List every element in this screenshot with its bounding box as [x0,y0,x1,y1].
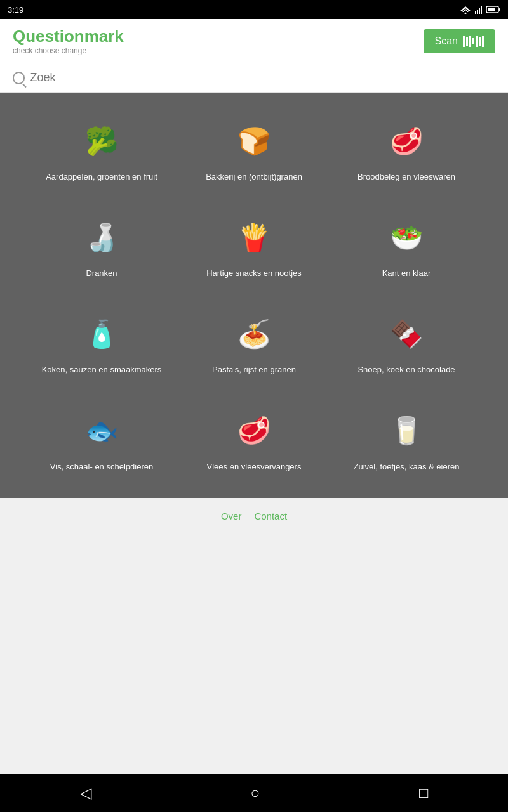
category-icon-vis: 🐟 [79,408,124,454]
status-bar: 3:19 [0,0,508,19]
nav-bar: ◁ ○ □ [0,774,508,812]
status-icons [460,5,500,14]
svg-rect-3 [475,11,476,14]
signal-icon [475,5,483,14]
svg-rect-8 [488,8,495,11]
scan-label: Scan [435,36,458,47]
battery-icon [486,6,500,13]
category-label-snoep: Snoep, koek en chocolade [358,364,455,376]
category-icon-zuivel: 🥛 [384,408,429,454]
scan-button[interactable]: Scan [424,29,495,53]
category-item-zuivel[interactable]: 🥛Zuivel, toetjes, kaas & eieren [330,395,483,485]
category-label-vis: Vis, schaal- en schelpdieren [50,461,153,473]
svg-rect-4 [477,10,478,14]
svg-rect-9 [499,8,500,11]
category-label-dranken: Dranken [86,268,117,279]
home-button[interactable]: ○ [251,784,260,802]
category-icon-sauzen: 🧴 [79,311,124,357]
category-item-kant-en-klaar[interactable]: 🥗Kant en klaar [330,202,483,292]
category-item-aardappelen[interactable]: 🥦Aardappelen, groenten en fruit [25,105,178,195]
back-button[interactable]: ◁ [80,784,91,802]
category-label-zuivel: Zuivel, toetjes, kaas & eieren [354,461,460,473]
category-grid: 🥦Aardappelen, groenten en fruit🍞Bakkerij… [0,93,508,498]
category-label-aardappelen: Aardappelen, groenten en fruit [46,171,157,183]
app-subtitle: check choose change [13,46,124,55]
search-input[interactable] [30,71,495,84]
category-icon-bakkerij: 🍞 [231,118,277,164]
category-icon-aardappelen: 🥦 [79,118,124,164]
category-icon-kant-en-klaar: 🥗 [384,214,429,260]
svg-point-2 [465,13,467,15]
category-icon-pasta: 🍝 [231,311,277,357]
wifi-icon [460,5,471,14]
category-item-broodbeleg[interactable]: 🥩Broodbeleg en vleeswaren [330,105,483,195]
logo-area: Questionmark check choose change [13,27,124,55]
category-item-pasta[interactable]: 🍝Pasta's, rijst en granen [178,298,330,388]
category-label-broodbeleg: Broodbeleg en vleeswaren [358,171,455,183]
category-icon-snoep: 🍫 [384,311,429,357]
category-icon-snacks: 🍟 [231,214,277,260]
contact-link[interactable]: Contact [254,511,287,521]
category-label-bakkerij: Bakkerij en (ontbijt)granen [206,171,302,183]
category-label-sauzen: Koken, sauzen en smaakmakers [42,364,162,376]
category-item-bakkerij[interactable]: 🍞Bakkerij en (ontbijt)granen [178,105,330,195]
header: Questionmark check choose change Scan [0,19,508,63]
category-item-dranken[interactable]: 🍶Dranken [25,202,178,292]
category-item-vis[interactable]: 🐟Vis, schaal- en schelpdieren [25,395,178,485]
category-icon-vlees: 🥩 [231,408,277,454]
search-bar [0,63,508,93]
category-icon-broodbeleg: 🥩 [384,118,429,164]
recent-button[interactable]: □ [419,784,429,802]
footer: Over Contact [0,498,508,534]
category-label-vlees: Vlees en vleesvervangers [207,461,302,473]
category-item-vlees[interactable]: 🥩Vlees en vleesvervangers [178,395,330,485]
category-label-snacks: Hartige snacks en nootjes [206,268,302,279]
over-link[interactable]: Over [221,511,242,521]
app-logo: Questionmark [13,27,124,46]
barcode-icon [463,36,484,47]
status-time: 3:19 [8,5,23,15]
svg-rect-6 [481,6,482,14]
search-icon [13,72,25,84]
category-label-kant-en-klaar: Kant en klaar [382,268,431,279]
category-item-snacks[interactable]: 🍟Hartige snacks en nootjes [178,202,330,292]
category-label-pasta: Pasta's, rijst en granen [212,364,296,376]
category-item-snoep[interactable]: 🍫Snoep, koek en chocolade [330,298,483,388]
svg-rect-5 [479,8,480,14]
category-item-sauzen[interactable]: 🧴Koken, sauzen en smaakmakers [25,298,178,388]
category-icon-dranken: 🍶 [79,214,124,260]
